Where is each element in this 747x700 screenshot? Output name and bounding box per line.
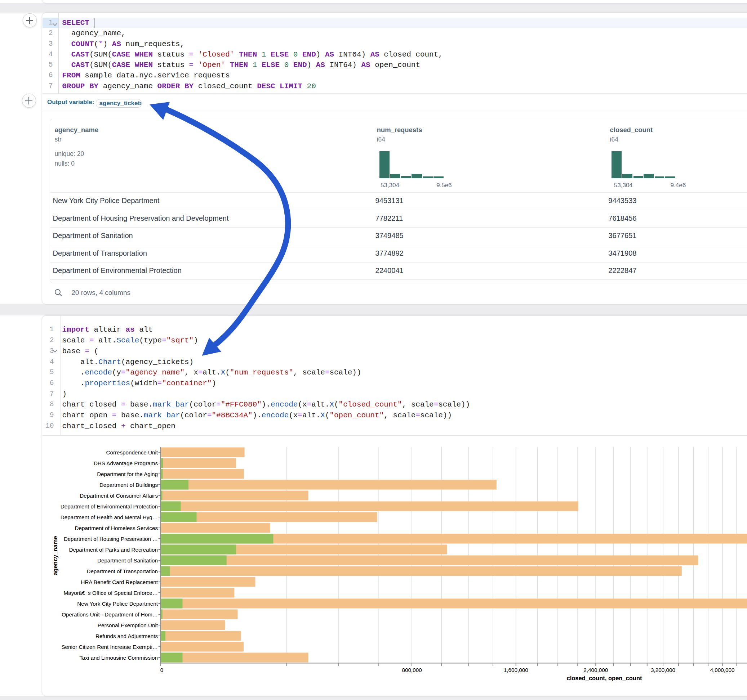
svg-text:Department of Parks and Recrea: Department of Parks and Recreation (69, 547, 158, 553)
svg-text:4,000,000: 4,000,000 (710, 667, 735, 673)
svg-text:HRA Benefit Card Replacement: HRA Benefit Card Replacement (81, 579, 158, 585)
svg-text:closed_count, open_count: closed_count, open_count (567, 675, 642, 681)
svg-text:Operations Unit - Department o: Operations Unit - Department of Hom… (62, 611, 158, 617)
svg-text:Taxi and Limousine Commission: Taxi and Limousine Commission (79, 655, 158, 661)
svg-text:Correspondence Unit: Correspondence Unit (106, 450, 158, 456)
svg-text:Department of Environmental Pr: Department of Environmental Protection (60, 503, 158, 510)
svg-text:agency_name: agency_name (52, 536, 58, 575)
svg-text:Department of Sanitation: Department of Sanitation (97, 557, 158, 564)
svg-text:Refunds and Adjustments: Refunds and Adjustments (95, 633, 158, 639)
svg-text:0: 0 (160, 667, 163, 673)
svg-text:New York City Police Departmen: New York City Police Department (77, 600, 158, 607)
svg-text:Department of Buildings: Department of Buildings (100, 482, 158, 488)
svg-text:Department of Homeless Service: Department of Homeless Services (75, 525, 158, 531)
svg-text:Mayorâ€ s Office of Special E: Mayorâ€ s Office of Special Enforce… (64, 590, 158, 596)
svg-text:2,400,000: 2,400,000 (584, 667, 608, 673)
svg-text:Department of Transportation: Department of Transportation (86, 568, 158, 574)
svg-text:DHS Advantage Programs: DHS Advantage Programs (94, 460, 158, 466)
svg-text:Department for the Aging: Department for the Aging (97, 471, 158, 477)
svg-text:Personal Exemption Unit: Personal Exemption Unit (98, 622, 158, 628)
svg-text:Senior Citizen Rent Increase E: Senior Citizen Rent Increase Exempti… (61, 644, 158, 650)
svg-text:3,200,000: 3,200,000 (651, 667, 675, 673)
svg-text:Department of Consumer Affairs: Department of Consumer Affairs (80, 493, 158, 499)
svg-text:1,600,000: 1,600,000 (504, 667, 528, 673)
svg-text:800,000: 800,000 (402, 667, 422, 673)
svg-text:Department of Housing Preserva: Department of Housing Preservation … (64, 536, 158, 542)
svg-text:Department of Health and Menta: Department of Health and Mental Hyg… (60, 514, 158, 520)
